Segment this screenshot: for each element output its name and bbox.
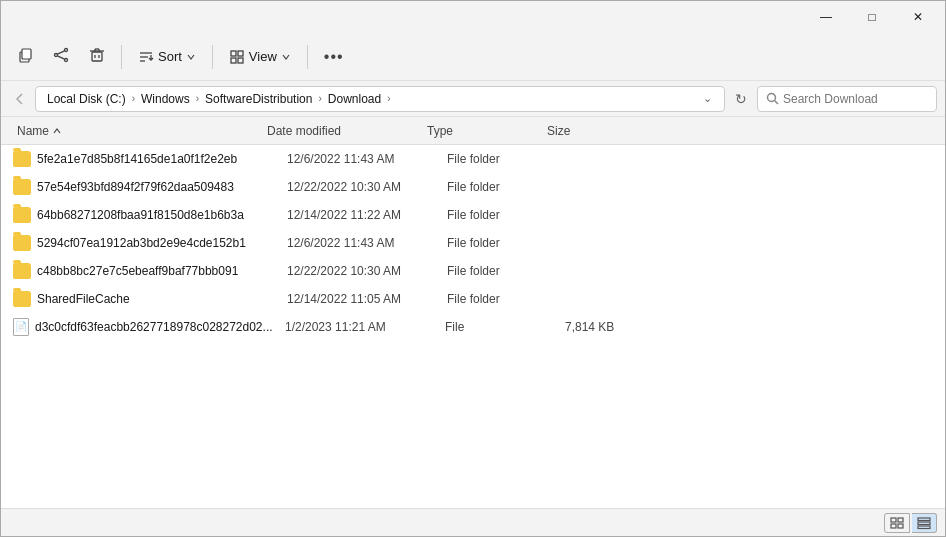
- file-row[interactable]: SharedFileCache 12/14/2022 11:05 AM File…: [1, 285, 945, 313]
- file-name: c48bb8bc27e7c5ebeaff9baf77bbb091: [37, 264, 287, 278]
- file-row[interactable]: 5294cf07ea1912ab3bd2e9e4cde152b1 12/6/20…: [1, 229, 945, 257]
- toolbar-separator-3: [307, 45, 308, 69]
- list-view-button[interactable]: [884, 513, 910, 533]
- svg-rect-24: [891, 518, 896, 522]
- toolbar: Sort View •••: [1, 33, 945, 81]
- col-header-type[interactable]: Type: [423, 124, 543, 138]
- file-date: 12/6/2022 11:43 AM: [287, 152, 447, 166]
- folder-icon: [13, 235, 31, 251]
- breadcrumb-sep-3: ›: [318, 93, 321, 104]
- breadcrumb-dropdown-button[interactable]: ⌄: [699, 90, 716, 107]
- svg-rect-26: [891, 524, 896, 528]
- back-icon: [13, 92, 27, 106]
- column-headers: Name Date modified Type Size: [1, 117, 945, 145]
- file-date: 12/14/2022 11:05 AM: [287, 292, 447, 306]
- svg-point-4: [55, 53, 58, 56]
- file-date: 12/22/2022 10:30 AM: [287, 264, 447, 278]
- sort-button[interactable]: Sort: [130, 37, 204, 77]
- file-name: SharedFileCache: [37, 292, 287, 306]
- svg-rect-18: [231, 51, 236, 56]
- more-label: •••: [324, 48, 344, 66]
- file-type: File folder: [447, 180, 567, 194]
- file-icon: 📄: [13, 318, 29, 336]
- breadcrumb-item-softwaredist[interactable]: SoftwareDistribution: [202, 90, 315, 108]
- file-name: 5fe2a1e7d85b8f14165de1a0f1f2e2eb: [37, 152, 287, 166]
- svg-rect-7: [92, 52, 102, 61]
- file-type: File folder: [447, 264, 567, 278]
- close-button[interactable]: ✕: [895, 1, 941, 33]
- breadcrumb-sep-2: ›: [196, 93, 199, 104]
- file-name: 57e54ef93bfd894f2f79f62daa509483: [37, 180, 287, 194]
- folder-icon: [13, 207, 31, 223]
- toolbar-separator-2: [212, 45, 213, 69]
- sort-icon: [138, 49, 154, 65]
- file-type: File: [445, 320, 565, 334]
- title-bar-controls: — □ ✕: [803, 1, 941, 33]
- view-chevron-icon: [281, 52, 291, 62]
- file-type: File folder: [447, 152, 567, 166]
- file-list: 5fe2a1e7d85b8f14165de1a0f1f2e2eb 12/6/20…: [1, 145, 945, 508]
- file-row[interactable]: 64bb68271208fbaa91f8150d8e1b6b3a 12/14/2…: [1, 201, 945, 229]
- svg-rect-19: [238, 51, 243, 56]
- breadcrumb-sep-4: ›: [387, 93, 390, 104]
- col-header-name[interactable]: Name: [13, 124, 263, 138]
- breadcrumb-item-windows[interactable]: Windows: [138, 90, 193, 108]
- folder-icon: [13, 291, 31, 307]
- refresh-button[interactable]: ↻: [729, 89, 753, 109]
- breadcrumb-item-download[interactable]: Download: [325, 90, 384, 108]
- file-name: d3c0cfdf63feacbb2627718978c028272d02...: [35, 320, 285, 334]
- share-button[interactable]: [45, 37, 77, 77]
- list-view-icon: [890, 516, 904, 530]
- folder-icon: [13, 263, 31, 279]
- more-button[interactable]: •••: [316, 37, 352, 77]
- file-name: 5294cf07ea1912ab3bd2e9e4cde152b1: [37, 236, 287, 250]
- search-input[interactable]: [783, 92, 923, 106]
- svg-rect-28: [918, 518, 930, 521]
- breadcrumb-sep-1: ›: [132, 93, 135, 104]
- share-icon: [53, 47, 69, 67]
- file-type: File folder: [447, 236, 567, 250]
- svg-rect-27: [898, 524, 903, 528]
- file-row[interactable]: 5fe2a1e7d85b8f14165de1a0f1f2e2eb 12/6/20…: [1, 145, 945, 173]
- title-bar: — □ ✕: [1, 1, 945, 33]
- svg-line-23: [775, 101, 779, 105]
- maximize-button[interactable]: □: [849, 1, 895, 33]
- svg-rect-20: [231, 58, 236, 63]
- svg-rect-30: [918, 526, 930, 529]
- file-row[interactable]: 57e54ef93bfd894f2f79f62daa509483 12/22/2…: [1, 173, 945, 201]
- folder-icon: [13, 151, 31, 167]
- file-row[interactable]: c48bb8bc27e7c5ebeaff9baf77bbb091 12/22/2…: [1, 257, 945, 285]
- col-header-date[interactable]: Date modified: [263, 124, 423, 138]
- file-date: 12/22/2022 10:30 AM: [287, 180, 447, 194]
- svg-point-3: [65, 58, 68, 61]
- copy-button[interactable]: [9, 37, 41, 77]
- delete-button[interactable]: [81, 37, 113, 77]
- minimize-button[interactable]: —: [803, 1, 849, 33]
- svg-rect-25: [898, 518, 903, 522]
- copy-icon: [17, 47, 33, 67]
- detail-view-button[interactable]: [912, 513, 937, 533]
- address-bar: Local Disk (C:) › Windows › SoftwareDist…: [1, 81, 945, 117]
- file-type: File folder: [447, 292, 567, 306]
- col-header-size[interactable]: Size: [543, 124, 643, 138]
- file-date: 12/14/2022 11:22 AM: [287, 208, 447, 222]
- file-row[interactable]: 📄 d3c0cfdf63feacbb2627718978c028272d02..…: [1, 313, 945, 341]
- svg-point-2: [65, 48, 68, 51]
- back-button[interactable]: [9, 86, 31, 112]
- search-box: [757, 86, 937, 112]
- search-icon: [766, 92, 779, 105]
- breadcrumb-nav: Local Disk (C:) › Windows › SoftwareDist…: [35, 86, 725, 112]
- file-date: 1/2/2023 11:21 AM: [285, 320, 445, 334]
- svg-rect-29: [918, 522, 930, 525]
- view-button[interactable]: View: [221, 37, 299, 77]
- svg-point-22: [768, 94, 776, 102]
- svg-rect-1: [22, 49, 31, 59]
- sort-label: Sort: [158, 49, 182, 64]
- svg-line-5: [57, 50, 64, 53]
- view-label: View: [249, 49, 277, 64]
- file-type: File folder: [447, 208, 567, 222]
- sort-chevron-icon: [186, 52, 196, 62]
- svg-rect-21: [238, 58, 243, 63]
- breadcrumb-item-local-disk[interactable]: Local Disk (C:): [44, 90, 129, 108]
- svg-line-6: [57, 55, 64, 58]
